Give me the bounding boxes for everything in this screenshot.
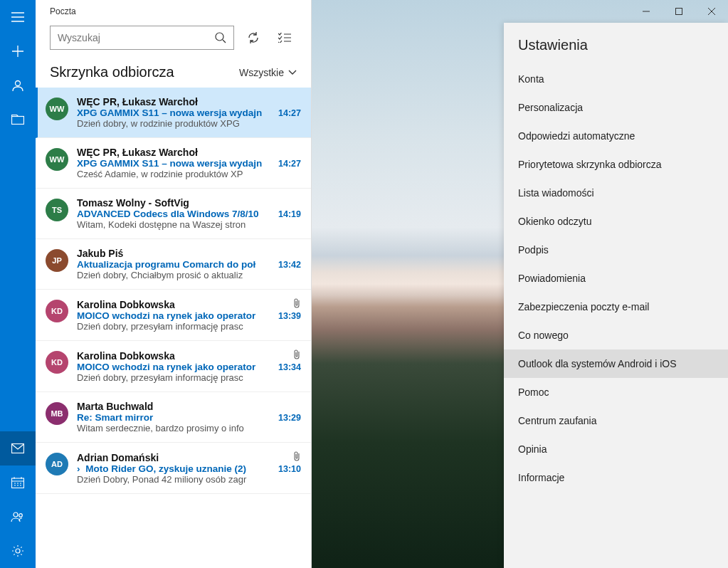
hamburger-icon: [11, 12, 24, 22]
settings-item[interactable]: Odpowiedzi automatyczne: [504, 122, 728, 150]
close-button[interactable]: [695, 0, 728, 23]
refresh-button[interactable]: [241, 26, 265, 50]
close-icon: [708, 8, 715, 15]
avatar: WW: [46, 148, 68, 171]
svg-rect-8: [676, 9, 682, 15]
settings-item[interactable]: Personalizacja: [504, 93, 728, 122]
svg-point-0: [16, 81, 21, 86]
select-icon: [278, 33, 291, 43]
mail-tab[interactable]: [0, 431, 36, 466]
message-subject: ADVANCED Codecs dla Windows 7/8/10: [77, 209, 274, 219]
message-subject: MOICO wchodzi na rynek jako operator: [77, 362, 274, 372]
message-item[interactable]: MBMarta BuchwaldRe: Smart mirror13:29Wit…: [36, 392, 311, 443]
settings-item[interactable]: Pomoc: [504, 378, 728, 406]
message-item[interactable]: TSTomasz Wolny - SoftVigADVANCED Codecs …: [36, 189, 311, 239]
message-preview: Dzień dobry, przesyłam informację prasc: [77, 321, 301, 332]
folders-button[interactable]: [0, 102, 36, 137]
message-list: WWWĘC PR, Łukasz WarchołXPG GAMMIX S11 –…: [36, 88, 311, 568]
settings-item[interactable]: Co nowego: [504, 321, 728, 349]
message-sender: Karolina Dobkowska: [77, 350, 175, 362]
message-sender: WĘC PR, Łukasz Warchoł: [77, 96, 198, 107]
settings-title: Ustawienia: [504, 23, 728, 65]
svg-point-5: [19, 514, 23, 517]
settings-item[interactable]: Priorytetowa skrzynka odbiorcza: [504, 150, 728, 179]
svg-rect-1: [12, 117, 24, 125]
message-item[interactable]: WWWĘC PR, Łukasz WarchołXPG GAMMIX S11 –…: [36, 88, 311, 138]
filter-label: Wszystkie: [239, 67, 284, 78]
app-title: Poczta: [36, 0, 311, 23]
maximize-button[interactable]: [663, 0, 695, 23]
svg-point-4: [14, 512, 18, 517]
attachment-icon: [292, 451, 301, 461]
avatar: MB: [46, 402, 68, 425]
message-time: 13:29: [278, 413, 301, 423]
person-icon: [11, 79, 24, 92]
minimize-icon: [643, 8, 650, 15]
avatar: TS: [46, 199, 68, 221]
gear-icon: [11, 545, 24, 557]
avatar: WW: [46, 98, 68, 120]
calendar-icon: [11, 477, 24, 488]
svg-point-7: [216, 33, 223, 41]
message-preview: Dzień dobry, przesyłam informację prasc: [77, 372, 301, 383]
folder-title: Skrzynka odbiorcza: [50, 64, 174, 80]
message-list-column: Poczta Skrzynka odbiorcza Wszystkie WWWĘ…: [36, 0, 312, 568]
menu-button[interactable]: [0, 0, 36, 34]
settings-item[interactable]: Zabezpieczenia poczty e-mail: [504, 293, 728, 321]
settings-item[interactable]: Informacje: [504, 463, 728, 492]
message-time: 14:27: [278, 159, 301, 169]
message-preview: Cześć Adamie, w rodzinie produktów XP: [77, 169, 301, 179]
select-mode-button[interactable]: [273, 26, 297, 50]
settings-item[interactable]: Lista wiadomości: [504, 179, 728, 207]
message-preview: Witam serdecznie, bardzo prosimy o info: [77, 423, 301, 433]
message-time: 14:27: [278, 108, 301, 118]
settings-item[interactable]: Outlook dla systemów Android i iOS: [504, 349, 728, 378]
search-input[interactable]: [58, 32, 215, 43]
people-icon: [11, 511, 25, 522]
maximize-icon: [675, 8, 682, 15]
message-item[interactable]: KDKarolina DobkowskaMOICO wchodzi na ryn…: [36, 341, 311, 392]
message-time: 13:34: [278, 362, 301, 372]
filter-dropdown[interactable]: Wszystkie: [239, 67, 297, 78]
attachment-icon: [292, 298, 301, 308]
people-tab[interactable]: [0, 500, 36, 534]
folder-icon: [11, 115, 24, 125]
message-item[interactable]: KDKarolina DobkowskaMOICO wchodzi na ryn…: [36, 290, 311, 341]
avatar: JP: [46, 249, 68, 272]
plus-icon: [12, 46, 23, 57]
message-subject: Aktualizacja programu Comarch do poł: [77, 259, 274, 270]
settings-list: KontaPersonalizacjaOdpowiedzi automatycz…: [504, 65, 728, 492]
message-preview: Dzień dobry, Chciałbym prosić o aktualiz: [77, 270, 301, 280]
settings-item[interactable]: Konta: [504, 65, 728, 93]
message-time: 14:19: [278, 209, 301, 219]
chevron-down-icon: [288, 70, 297, 75]
attachment-icon: [292, 349, 301, 359]
message-subject: XPG GAMMIX S11 – nowa wersja wydajn: [77, 107, 274, 118]
message-subject: MOICO wchodzi na rynek jako operator: [77, 310, 274, 321]
message-sender: Karolina Dobkowska: [77, 299, 175, 310]
message-item[interactable]: WWWĘC PR, Łukasz WarchołXPG GAMMIX S11 –…: [36, 138, 311, 189]
message-sender: Jakub Piś: [77, 248, 123, 259]
message-subject: › Moto Rider GO, zyskuje uznanie (2): [77, 463, 274, 474]
message-sender: Marta Buchwald: [77, 401, 153, 412]
message-sender: WĘC PR, Łukasz Warchoł: [77, 147, 198, 158]
message-item[interactable]: JPJakub PiśAktualizacja programu Comarch…: [36, 239, 311, 290]
message-item[interactable]: ADAdrian Domański› Moto Rider GO, zyskuj…: [36, 443, 311, 494]
nav-rail: [0, 0, 36, 568]
refresh-icon: [247, 31, 260, 44]
message-time: 13:39: [278, 311, 301, 321]
settings-button[interactable]: [0, 534, 36, 568]
settings-item[interactable]: Opinia: [504, 435, 728, 463]
settings-item[interactable]: Podpis: [504, 236, 728, 264]
message-subject: XPG GAMMIX S11 – nowa wersja wydajn: [77, 158, 274, 169]
calendar-tab[interactable]: [0, 466, 36, 500]
settings-item[interactable]: Okienko odczytu: [504, 207, 728, 236]
minimize-button[interactable]: [630, 0, 663, 23]
settings-panel: Ustawienia KontaPersonalizacjaOdpowiedzi…: [504, 23, 728, 568]
avatar: KD: [46, 300, 68, 322]
accounts-button[interactable]: [0, 68, 36, 102]
new-mail-button[interactable]: [0, 34, 36, 68]
settings-item[interactable]: Powiadomienia: [504, 264, 728, 293]
search-box[interactable]: [50, 26, 234, 50]
settings-item[interactable]: Centrum zaufania: [504, 406, 728, 435]
